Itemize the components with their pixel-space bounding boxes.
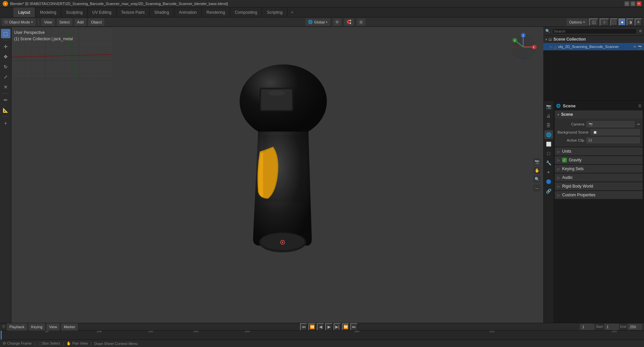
measure-tool-button[interactable]: 📐 — [1, 105, 10, 115]
bg-scene-field[interactable]: 🔲 — [591, 129, 640, 135]
options-dropdown[interactable]: Options — [566, 18, 588, 26]
jump-to-end-btn[interactable]: ⏭ — [350, 323, 358, 331]
outliner-filter-icon[interactable]: ⚙ — [639, 29, 642, 33]
scale-tool-button[interactable]: ⤢ — [1, 72, 10, 82]
tab-texture-paint[interactable]: Texture Paint — [116, 7, 150, 17]
gravity-checkbox[interactable]: ✓ — [562, 158, 567, 162]
marker-menu[interactable]: Marker — [61, 323, 78, 331]
world-props-icon[interactable]: ⬜ — [544, 140, 553, 148]
next-keyframe-btn[interactable]: ▶| — [334, 323, 341, 331]
transform-tool-button[interactable]: ⤧ — [1, 82, 10, 92]
tab-shading[interactable]: Shading — [150, 7, 174, 17]
tab-scripting[interactable]: Scripting — [262, 7, 288, 17]
cursor-tool-button[interactable]: ✛ — [1, 42, 10, 51]
add-menu[interactable]: Add — [75, 18, 87, 26]
tab-uv-editing[interactable]: UV Editing — [88, 7, 116, 17]
select-menu[interactable]: Select — [57, 18, 72, 26]
add-object-button[interactable]: + — [1, 118, 10, 128]
hand-icon-btn[interactable]: ✋ — [533, 167, 541, 174]
camera-field[interactable]: 📷 — [586, 121, 635, 127]
jump-to-start-btn[interactable]: ⏮ — [300, 323, 307, 331]
tab-compositing[interactable]: Compositing — [230, 7, 262, 17]
custom-props-label: Custom Properties — [562, 193, 595, 197]
object-props-icon[interactable]: ⬡ — [544, 149, 553, 158]
proportional-editing-button[interactable]: ◎ — [357, 18, 365, 26]
wireframe-shading[interactable]: ⬚ — [610, 18, 618, 26]
material-shading[interactable]: ◑ — [627, 18, 634, 26]
tab-rendering[interactable]: Rendering — [202, 7, 230, 17]
object-expand-icon: ▷ — [550, 45, 553, 49]
next-frame-btn[interactable]: ⏩ — [342, 323, 349, 331]
timeline-track[interactable]: 1 50 100 130 140 150 180 220 250 — [0, 331, 644, 340]
select-tool-button[interactable]: ⬚ — [1, 29, 10, 38]
view-layer-props-icon[interactable]: 🗄 — [544, 121, 553, 130]
particles-props-icon[interactable]: ✴ — [544, 168, 553, 177]
gizmo-toggle[interactable]: ⊹ — [600, 18, 609, 26]
units-section-toggle[interactable]: ▷ Units — [555, 147, 643, 155]
tab-modeling[interactable]: Modeling — [35, 7, 61, 17]
scene-props-icon[interactable]: 🌐 — [544, 130, 553, 139]
tab-sculpting[interactable]: Sculpting — [61, 7, 88, 17]
physics-props-icon[interactable]: 🔵 — [544, 177, 553, 186]
playback-menu[interactable]: Playback — [7, 323, 27, 331]
snapping-button[interactable]: 🧲 — [344, 18, 354, 26]
minimize-button[interactable]: ─ — [625, 1, 629, 6]
end-frame-input[interactable]: 250 — [628, 324, 642, 330]
scene-section-toggle[interactable]: ▾ Scene — [555, 110, 643, 118]
3d-viewport[interactable]: User Perspective (1) Scene Collection | … — [11, 27, 543, 323]
tab-layout[interactable]: Layout — [13, 7, 35, 17]
scanner-svg — [226, 64, 340, 256]
object-row[interactable]: ▷ △ obj_2D_Scanning_Barcode_Scanner 👁 📷 — [543, 43, 644, 50]
maximize-button[interactable]: □ — [631, 1, 635, 6]
rendered-shading[interactable]: ☀ — [635, 18, 642, 26]
constraints-props-icon[interactable]: 🔗 — [544, 187, 553, 195]
camera-edit-icon[interactable]: ✏ — [637, 122, 640, 126]
close-button[interactable]: ✕ — [637, 1, 641, 6]
object-mode-dropdown[interactable]: ⬡ Object Mode — [2, 18, 36, 26]
move-tool-button[interactable]: ✥ — [1, 52, 10, 61]
header-separator-1 — [38, 19, 39, 25]
add-workspace-button[interactable]: + — [288, 7, 297, 17]
rotate-tool-button[interactable]: ↻ — [1, 62, 10, 71]
scene-collection-row[interactable]: ▾ 🗂 Scene Collection — [543, 36, 644, 43]
prev-keyframe-btn[interactable]: ◀ — [317, 323, 324, 331]
transform-pivot-button[interactable]: ⊙ — [333, 18, 341, 26]
object-visibility-icon[interactable]: 👁 — [633, 45, 637, 49]
play-btn[interactable]: ▶ — [325, 323, 333, 331]
app-icon: ● Blender* [E:\RABOTA\CONVERT\2D_Scannin… — [3, 1, 228, 6]
prev-frame-btn[interactable]: ⏪ — [308, 323, 316, 331]
zoom-in-btn[interactable]: 🔍 — [533, 176, 541, 183]
keying-menu[interactable]: Keying — [29, 323, 45, 331]
custom-props-toggle[interactable]: ▷ Custom Properties — [555, 191, 643, 199]
audio-section-toggle[interactable]: ▷ Audio — [555, 174, 643, 182]
timeline-view-menu[interactable]: View — [46, 323, 60, 331]
output-props-icon[interactable]: 🖨 — [544, 111, 553, 120]
keying-sets-label: Keying Sets — [562, 166, 584, 171]
viewport-header-bar: ⬡ Object Mode View Select Add Object 🌐 G… — [0, 17, 644, 27]
properties-options-icon[interactable]: ☰ — [638, 104, 641, 108]
object-menu[interactable]: Object — [88, 18, 104, 26]
view-menu[interactable]: View — [41, 18, 55, 26]
outliner-search-input[interactable] — [552, 28, 637, 34]
tab-animation[interactable]: Animation — [174, 7, 202, 17]
object-render-icon[interactable]: 📷 — [638, 45, 642, 49]
annotate-tool-button[interactable]: ✏ — [1, 95, 10, 105]
gravity-section-toggle[interactable]: ▷ ✓ Gravity — [555, 156, 643, 164]
keying-sets-toggle[interactable]: ▷ Keying Sets — [555, 165, 643, 173]
rigid-body-toggle[interactable]: ▷ Rigid Body World — [555, 182, 643, 190]
start-frame-input[interactable]: 1 — [604, 324, 619, 330]
solid-shading[interactable]: ● — [618, 18, 626, 26]
camera-icon-btn[interactable]: 📷 — [533, 158, 541, 165]
scene-label: Scene — [563, 103, 576, 108]
svg-text:Y: Y — [514, 39, 516, 42]
global-transform-dropdown[interactable]: 🌐 Global — [305, 18, 331, 26]
modifier-props-icon[interactable]: 🔧 — [544, 158, 553, 167]
render-props-icon[interactable]: 📷 — [544, 102, 553, 111]
outliner-panel: 🔍 ⚙ ▾ 🗂 Scene Collection ▷ △ obj_2D_Scan… — [543, 27, 644, 101]
overlay-toggle[interactable]: ◫ — [589, 18, 598, 26]
active-clip-field[interactable]: 🎞 — [586, 137, 640, 143]
toolbar-separator-1 — [2, 40, 9, 40]
zoom-out-btn[interactable]: — — [533, 184, 541, 192]
current-frame-input[interactable]: 1 — [580, 324, 594, 330]
navigation-gizmo[interactable]: X Y Z — [508, 32, 538, 62]
